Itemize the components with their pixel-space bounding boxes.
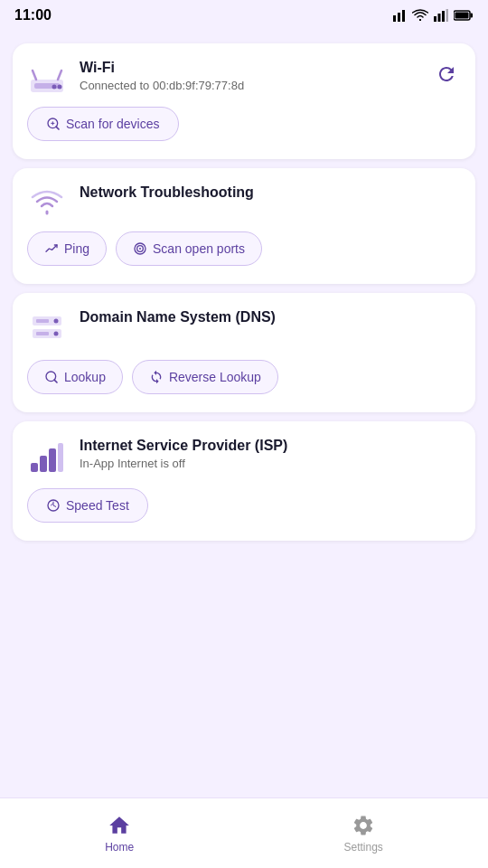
- lookup-button[interactable]: Lookup: [27, 360, 123, 394]
- svg-point-26: [54, 332, 59, 336]
- troubleshooting-title-block: Network Troubleshooting: [80, 184, 461, 201]
- isp-header: Internet Service Provider (ISP) In-App I…: [27, 438, 461, 476]
- svg-point-14: [52, 85, 57, 90]
- svg-rect-34: [58, 443, 63, 472]
- svg-line-30: [54, 380, 57, 382]
- svg-rect-8: [471, 14, 474, 18]
- dns-title: Domain Name System (DNS): [80, 309, 461, 326]
- refresh-icon: [436, 63, 457, 85]
- isp-card: Internet Service Provider (ISP) In-App I…: [13, 421, 475, 541]
- svg-rect-28: [36, 332, 49, 335]
- scan-ports-button[interactable]: Scan open ports: [116, 231, 262, 266]
- svg-rect-32: [40, 456, 47, 472]
- lookup-label: Lookup: [64, 370, 106, 384]
- ping-icon: [44, 241, 59, 256]
- home-nav-label: Home: [105, 841, 134, 854]
- signal-icon: [434, 9, 448, 22]
- dns-title-block: Domain Name System (DNS): [80, 309, 461, 326]
- dns-buttons: Lookup Reverse Lookup: [27, 360, 461, 394]
- svg-rect-0: [393, 15, 396, 22]
- svg-rect-31: [31, 463, 38, 472]
- nav-settings[interactable]: Settings: [343, 814, 382, 854]
- ping-label: Ping: [64, 241, 89, 256]
- speedtest-icon: [46, 498, 61, 513]
- svg-line-13: [58, 71, 61, 80]
- wifi-signal-icon: [27, 186, 67, 219]
- dns-header: Domain Name System (DNS): [27, 309, 461, 347]
- dns-card: Domain Name System (DNS) Lookup Reverse …: [13, 293, 475, 412]
- wifi-buttons: Scan for devices: [27, 107, 461, 141]
- svg-rect-4: [438, 14, 441, 22]
- isp-subtitle: In-App Internet is off: [80, 457, 461, 470]
- reverse-lookup-button[interactable]: Reverse Lookup: [132, 360, 278, 394]
- svg-rect-9: [455, 13, 469, 19]
- svg-rect-33: [49, 448, 56, 472]
- gear-icon: [352, 814, 375, 837]
- svg-line-12: [33, 71, 36, 80]
- troubleshooting-card: Network Troubleshooting Ping Scan open p…: [13, 168, 475, 284]
- troubleshooting-buttons: Ping Scan open ports: [27, 231, 461, 266]
- main-content: Wi-Fi Connected to 00:db:9f:79:77:8d Sca…: [0, 27, 488, 863]
- wifi-card: Wi-Fi Connected to 00:db:9f:79:77:8d Sca…: [13, 43, 475, 159]
- ping-button[interactable]: Ping: [27, 231, 107, 266]
- svg-rect-6: [446, 9, 449, 22]
- scan-devices-button[interactable]: Scan for devices: [27, 107, 179, 141]
- settings-nav-label: Settings: [343, 841, 382, 854]
- scan-devices-label: Scan for devices: [66, 117, 160, 131]
- isp-buttons: Speed Test: [27, 488, 461, 523]
- search-icon: [44, 370, 59, 384]
- svg-point-15: [58, 85, 62, 90]
- analytics-icon: [392, 8, 407, 23]
- svg-rect-1: [398, 13, 400, 22]
- reverse-icon: [149, 370, 164, 384]
- wifi-card-header: Wi-Fi Connected to 00:db:9f:79:77:8d: [27, 60, 461, 94]
- nav-home[interactable]: Home: [105, 814, 134, 854]
- refresh-button[interactable]: [432, 60, 461, 89]
- speed-test-button[interactable]: Speed Test: [27, 488, 148, 523]
- svg-line-17: [56, 127, 59, 129]
- troubleshooting-header: Network Troubleshooting: [27, 184, 461, 219]
- router-icon: [27, 61, 67, 94]
- wifi-status-icon: [412, 9, 428, 22]
- svg-rect-2: [402, 10, 405, 22]
- home-icon: [108, 814, 131, 837]
- svg-rect-5: [442, 11, 445, 22]
- battery-icon: [454, 10, 474, 21]
- bottom-nav: Home Settings: [0, 797, 488, 868]
- target-icon: [133, 241, 147, 256]
- scan-icon: [46, 117, 61, 131]
- scan-ports-label: Scan open ports: [153, 241, 245, 256]
- wifi-subtitle: Connected to 00:db:9f:79:77:8d: [80, 79, 419, 92]
- server-icon: [27, 311, 67, 347]
- isp-title: Internet Service Provider (ISP): [80, 438, 461, 454]
- troubleshooting-title: Network Troubleshooting: [80, 184, 461, 201]
- wifi-title-block: Wi-Fi Connected to 00:db:9f:79:77:8d: [80, 60, 419, 92]
- svg-rect-3: [434, 16, 436, 22]
- reverse-lookup-label: Reverse Lookup: [169, 370, 261, 384]
- svg-point-25: [54, 319, 59, 324]
- svg-rect-27: [36, 319, 49, 323]
- status-icons: [392, 8, 474, 23]
- signal-bars-icon: [27, 439, 67, 476]
- isp-title-block: Internet Service Provider (ISP) In-App I…: [80, 438, 461, 470]
- wifi-title: Wi-Fi: [80, 60, 419, 76]
- status-bar: 11:00: [0, 0, 488, 27]
- status-time: 11:00: [14, 7, 52, 24]
- speed-test-label: Speed Test: [66, 498, 129, 513]
- svg-point-22: [139, 248, 141, 250]
